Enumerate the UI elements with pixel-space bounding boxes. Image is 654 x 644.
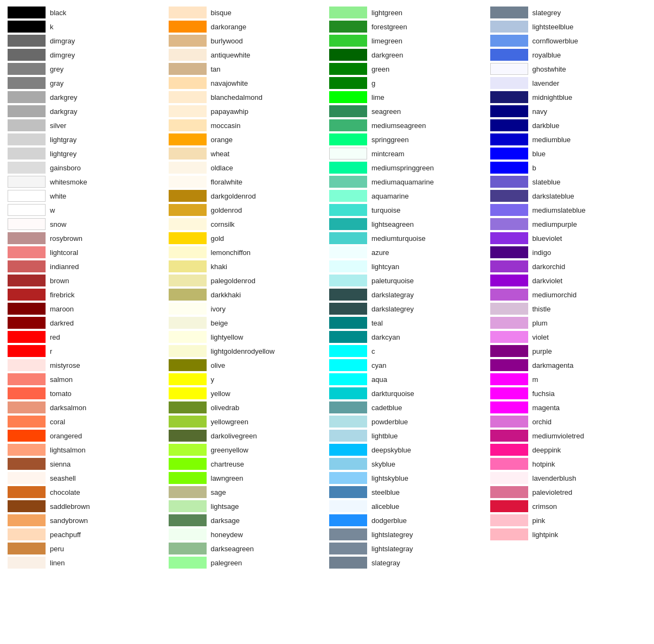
list-item: magenta: [488, 400, 649, 415]
color-swatch: [490, 289, 528, 301]
list-item: turquoise: [327, 203, 488, 217]
list-item: lightblue: [327, 429, 488, 443]
color-label: honeydew: [211, 531, 243, 539]
list-item: forestgreen: [327, 20, 488, 34]
color-swatch: [8, 514, 46, 526]
color-label: grey: [50, 65, 63, 73]
color-swatch: [8, 7, 46, 18]
color-swatch: [169, 387, 207, 399]
list-item: seagreen: [327, 104, 488, 118]
list-item: darkkhaki: [166, 288, 328, 302]
list-item: hotpink: [488, 457, 649, 471]
color-label: peru: [50, 545, 64, 553]
color-label: limegreen: [371, 37, 402, 45]
list-item: olivedrab: [166, 400, 328, 415]
color-swatch: [490, 528, 528, 540]
list-item: mintcream: [327, 146, 488, 161]
color-swatch: [8, 148, 46, 160]
color-label: green: [371, 65, 389, 73]
color-swatch: [169, 444, 207, 456]
color-swatch: [329, 204, 367, 216]
list-item: mediumblue: [488, 132, 649, 146]
list-item: darkslateblue: [488, 189, 649, 203]
list-item: lightpink: [488, 527, 649, 541]
color-label: indianred: [50, 263, 79, 271]
color-label: gainsboro: [50, 164, 81, 172]
list-item: darkgoldenrod: [166, 189, 328, 203]
color-swatch: [8, 133, 46, 145]
color-label: yellow: [211, 390, 230, 398]
color-swatch: [490, 204, 528, 216]
color-swatch: [169, 416, 207, 428]
list-item: dodgerblue: [327, 513, 488, 527]
color-label: darkmagenta: [533, 361, 574, 369]
color-label: darkgrey: [50, 93, 78, 101]
color-label: seashell: [50, 474, 76, 482]
color-swatch: [329, 289, 367, 301]
color-label: papayawhip: [211, 107, 248, 116]
list-item: purple: [488, 344, 649, 358]
color-label: mediumorchid: [533, 291, 577, 299]
color-label: oldlace: [211, 164, 233, 172]
color-label: blue: [533, 150, 546, 158]
color-swatch: [169, 331, 207, 343]
list-item: mediumaquamarine: [327, 175, 488, 189]
color-label: lightseagreen: [371, 220, 414, 228]
color-swatch: [8, 543, 46, 554]
list-item: silver: [5, 118, 166, 132]
color-swatch: [329, 148, 367, 160]
list-item: cornflowerblue: [488, 34, 649, 48]
list-item: chocolate: [5, 485, 166, 499]
color-swatch: [490, 472, 528, 484]
color-label: darksage: [211, 517, 240, 525]
list-item: yellow: [166, 386, 328, 400]
color-swatch: [329, 260, 367, 272]
color-label: gold: [211, 234, 225, 243]
color-swatch: [8, 317, 46, 329]
color-label: burlywood: [211, 37, 243, 45]
color-label: maroon: [50, 305, 74, 313]
color-swatch: [8, 91, 46, 103]
list-item: lightgray: [5, 132, 166, 146]
color-label: aqua: [371, 375, 387, 384]
color-label: springgreen: [371, 136, 409, 144]
color-label: paleturquoise: [371, 277, 414, 285]
color-swatch: [8, 472, 46, 484]
list-item: lightseagreen: [327, 217, 488, 231]
color-grid: blackkdimgraydimgreygreygraydarkgreydark…: [5, 5, 649, 570]
column-2: lightgreenforestgreenlimegreendarkgreeng…: [327, 5, 488, 570]
color-swatch: [329, 444, 367, 456]
color-swatch: [490, 190, 528, 202]
color-label: chocolate: [50, 488, 80, 496]
color-label: mediumspringgreen: [371, 164, 434, 172]
color-swatch: [169, 119, 207, 131]
color-swatch: [169, 77, 207, 89]
list-item: maroon: [5, 302, 166, 316]
color-swatch: [8, 176, 46, 188]
color-swatch: [169, 7, 207, 18]
color-swatch: [329, 458, 367, 470]
color-swatch: [169, 514, 207, 526]
list-item: beige: [166, 316, 328, 330]
color-swatch: [329, 275, 367, 286]
list-item: dimgray: [5, 34, 166, 48]
color-swatch: [329, 387, 367, 399]
color-label: turquoise: [371, 206, 400, 214]
color-label: olive: [211, 361, 226, 369]
list-item: indigo: [488, 245, 649, 259]
color-swatch: [490, 105, 528, 117]
list-item: aliceblue: [327, 499, 488, 513]
list-item: gainsboro: [5, 161, 166, 175]
color-label: violet: [533, 333, 549, 341]
color-label: thistle: [533, 305, 551, 313]
color-swatch: [329, 7, 367, 18]
color-label: tan: [211, 65, 221, 73]
color-swatch: [490, 430, 528, 442]
color-swatch: [490, 444, 528, 456]
color-swatch: [490, 176, 528, 188]
color-label: midnightblue: [533, 93, 573, 101]
color-swatch: [329, 472, 367, 484]
color-label: mintcream: [371, 150, 405, 158]
color-swatch: [490, 401, 528, 413]
list-item: navajowhite: [166, 76, 328, 90]
